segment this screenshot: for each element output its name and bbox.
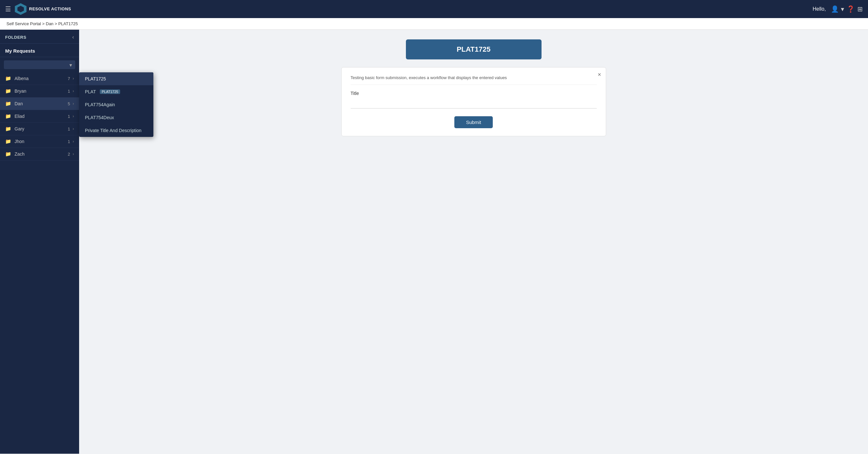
- folder-count: 5: [68, 101, 70, 106]
- help-button[interactable]: ❓: [847, 5, 855, 13]
- folder-chevron-icon: ›: [73, 76, 74, 81]
- hamburger-menu[interactable]: ☰: [5, 5, 11, 13]
- dan-folder-dropdown: PLAT1725PLATPLAT1725PLAT754AgainPLAT754D…: [79, 72, 153, 137]
- folder-icon: 📁: [5, 101, 11, 107]
- form-submit-area: Submit: [351, 116, 597, 128]
- folder-icon: 📁: [5, 126, 11, 132]
- user-account-button[interactable]: 👤 ▾: [831, 5, 844, 13]
- sidebar-folder-bryan[interactable]: 📁 Bryan 1 ›: [0, 85, 79, 97]
- app-name: RESOLVE ACTIONS: [29, 6, 71, 11]
- folder-name: Zach: [14, 151, 68, 157]
- folder-count: 1: [68, 139, 70, 144]
- title-input[interactable]: [351, 98, 597, 109]
- folder-name: Gary: [14, 126, 68, 131]
- form-card: × Testing basic form submission, execute…: [341, 67, 606, 136]
- grid-view-button[interactable]: ⊞: [857, 5, 863, 13]
- folder-name: Dan: [14, 101, 68, 106]
- greeting-text: Hello,: [813, 6, 826, 12]
- folder-chevron-icon: ›: [73, 127, 74, 131]
- folder-select[interactable]: [4, 60, 75, 69]
- title-label: Title: [351, 91, 597, 96]
- folder-name: Jhon: [14, 139, 68, 144]
- folder-count: 1: [68, 89, 70, 94]
- dropdown-item-label: PLAT1725: [85, 76, 106, 81]
- folder-icon: 📁: [5, 139, 11, 144]
- logo-area: RESOLVE ACTIONS: [15, 3, 71, 15]
- main-content: PLAT1725 × Testing basic form submission…: [79, 30, 868, 454]
- folder-icon: 📁: [5, 113, 11, 119]
- dropdown-item-1[interactable]: PLATPLAT1725: [79, 85, 153, 98]
- dropdown-item-2[interactable]: PLAT754Again: [79, 98, 153, 111]
- folder-icon: 📁: [5, 75, 11, 81]
- form-close-button[interactable]: ×: [598, 71, 601, 78]
- sidebar-folder-albena[interactable]: 📁 Albena 7 ›: [0, 72, 79, 85]
- folder-name: Eliad: [14, 114, 68, 119]
- dropdown-item-4[interactable]: Private Title And Description: [79, 124, 153, 137]
- folders-label: Folders: [5, 35, 27, 40]
- submit-button[interactable]: Submit: [454, 116, 493, 128]
- sidebar-header: Folders ‹: [0, 30, 79, 43]
- nav-right: Hello, 👤 ▾ ❓ ⊞: [813, 5, 863, 13]
- folder-name: Bryan: [14, 89, 68, 94]
- sidebar: Folders ‹ My Requests 📁 Albena 7 › 📁 Bry…: [0, 30, 79, 454]
- sidebar-folder-dan[interactable]: 📁 Dan 5 ›: [0, 97, 79, 110]
- folder-chevron-icon: ›: [73, 139, 74, 144]
- dropdown-item-label: PLAT754Again: [85, 102, 115, 107]
- logo-hex-icon: [15, 3, 27, 15]
- folder-chevron-icon: ›: [73, 114, 74, 119]
- folder-chevron-icon: ›: [73, 152, 74, 156]
- folder-chevron-icon: ›: [73, 89, 74, 93]
- folder-name: Albena: [14, 76, 68, 81]
- sidebar-folder-gary[interactable]: 📁 Gary 1 ›: [0, 123, 79, 135]
- my-requests-label: My Requests: [0, 43, 79, 57]
- nav-left: ☰ RESOLVE ACTIONS: [5, 3, 71, 15]
- title-field: Title: [351, 91, 597, 109]
- sidebar-folder-eliad[interactable]: 📁 Eliad 1 ›: [0, 110, 79, 123]
- main-layout: Folders ‹ My Requests 📁 Albena 7 › 📁 Bry…: [0, 30, 868, 454]
- dropdown-item-3[interactable]: PLAT754Deux: [79, 111, 153, 124]
- folder-chevron-icon: ›: [73, 101, 74, 106]
- folder-icon: 📁: [5, 88, 11, 94]
- folder-icon: 📁: [5, 151, 11, 157]
- sidebar-folder-jhon[interactable]: 📁 Jhon 1 ›: [0, 135, 79, 148]
- dropdown-item-label: PLAT754Deux: [85, 115, 114, 120]
- dropdown-item-0[interactable]: PLAT1725: [79, 72, 153, 85]
- tooltip-badge: PLAT1725: [100, 89, 120, 94]
- nav-icon-group: 👤 ▾ ❓ ⊞: [831, 5, 863, 13]
- top-navigation: ☰ RESOLVE ACTIONS Hello, 👤 ▾ ❓ ⊞: [0, 0, 868, 18]
- folder-list: 📁 Albena 7 › 📁 Bryan 1 › 📁 Dan 5 › 📁 Eli…: [0, 72, 79, 454]
- folder-dropdown-wrapper: [4, 60, 75, 69]
- dropdown-item-label: PLAT: [85, 89, 96, 94]
- sidebar-collapse-button[interactable]: ‹: [72, 34, 74, 40]
- folder-count: 7: [68, 76, 70, 81]
- breadcrumb: Self Service Portal > Dan > PLAT1725: [0, 18, 868, 30]
- form-description: Testing basic form submission, executes …: [351, 75, 597, 85]
- logo-hex-inner: [18, 6, 24, 12]
- folder-count: 2: [68, 152, 70, 157]
- page-title-button[interactable]: PLAT1725: [406, 39, 541, 59]
- sidebar-folder-zach[interactable]: 📁 Zach 2 ›: [0, 148, 79, 160]
- folder-count: 1: [68, 114, 70, 119]
- folder-count: 1: [68, 127, 70, 131]
- dropdown-item-label: Private Title And Description: [85, 128, 142, 133]
